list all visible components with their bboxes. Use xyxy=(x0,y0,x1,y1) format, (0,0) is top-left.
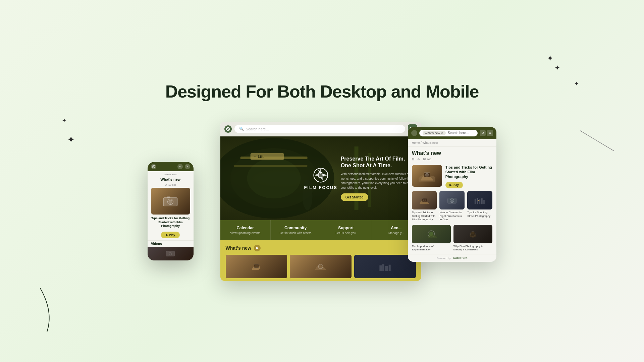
search-footer: Powered by AARKSPA xyxy=(408,254,496,262)
result-title-2: How to Choose the Right Film Camera for … xyxy=(439,211,465,221)
result-thumb-2 xyxy=(439,191,465,209)
mobile-thumbnail xyxy=(151,188,190,215)
search-results-header: What's new ⊞ ⊙ 10 sec xyxy=(408,147,496,162)
mobile-bottom-video xyxy=(148,247,194,260)
browser-bar: 🔍 Search here... xyxy=(220,122,421,136)
featured-title: Tips and Tricks for Getting Started with… xyxy=(445,165,492,179)
mobile-header: ← ✕ xyxy=(148,162,194,171)
mobile-label: Whats new xyxy=(148,171,194,177)
result-item-3[interactable]: Tips for Shooting Street Photography xyxy=(467,191,492,221)
result-item-1[interactable]: Tips and Tricks for Getting Started with… xyxy=(412,191,437,221)
whats-new-image-3[interactable] xyxy=(354,255,416,278)
svg-text:← Lift: ← Lift xyxy=(253,155,263,159)
featured-thumbnail xyxy=(412,165,442,187)
desktop-device: 🔍 Search here... xyxy=(220,122,421,281)
mobile-nav-btn-2[interactable]: ✕ xyxy=(185,164,190,169)
hero-brand: FILM FOCUS xyxy=(304,185,337,190)
search-refresh-icon[interactable]: ↺ xyxy=(480,130,486,136)
browser-search[interactable]: 🔍 Search here... xyxy=(234,125,405,133)
search-breadcrumb: Home / What's new xyxy=(408,139,496,147)
whats-new-header: What's new ▶ xyxy=(226,245,416,251)
featured-play-button[interactable]: ▶ Play xyxy=(445,182,463,188)
decorative-line xyxy=(577,127,617,154)
results-grid: Tips and Tricks for Getting Started with… xyxy=(408,191,496,221)
mobile-play-area: ▶ Play xyxy=(148,230,194,240)
svg-point-36 xyxy=(451,200,453,202)
svg-rect-38 xyxy=(477,198,478,204)
svg-point-31 xyxy=(426,174,428,176)
mobile-cam-image xyxy=(151,188,190,215)
featured-info: Tips and Tricks for Getting Started with… xyxy=(445,165,492,189)
result-thumb-4 xyxy=(412,225,451,243)
hero-logo: FILM FOCUS xyxy=(304,167,337,190)
browser-logo xyxy=(224,125,232,133)
search-tag: What's new ✕ xyxy=(423,131,446,135)
mobile-nav-btn-1[interactable]: ← xyxy=(177,164,183,169)
svg-point-12 xyxy=(247,158,301,198)
mobile-section-title: What's new xyxy=(148,177,194,183)
nav-tile-community[interactable]: Community Get in touch with others xyxy=(271,220,321,240)
sparkle-decoration-3: ✦ xyxy=(554,64,560,72)
whats-new-image-2[interactable] xyxy=(290,255,352,278)
search-panel: What's new ✕ Search here... ↺ ≡ Home / W… xyxy=(408,127,496,262)
svg-rect-28 xyxy=(388,264,390,271)
whats-new-arrow[interactable]: ▶ xyxy=(254,245,261,251)
whats-new-image-1[interactable] xyxy=(226,255,287,278)
svg-rect-6 xyxy=(166,251,175,256)
search-panel-bar: What's new ✕ Search here... ↺ ≡ xyxy=(408,127,496,139)
result-item-5[interactable]: Why Film Photography is Making a Comebac… xyxy=(453,225,492,252)
devices-container: ← ✕ Whats new What's new ⊙ 10 sec Tips xyxy=(154,122,490,281)
svg-rect-27 xyxy=(385,266,388,271)
sparkle-decoration-4: ✦ xyxy=(67,134,75,145)
whats-new-images xyxy=(226,255,416,278)
svg-point-47 xyxy=(471,232,475,234)
hero-headline: Preserve The Art Of Film, One Shot At A … xyxy=(341,155,415,169)
svg-line-0 xyxy=(580,131,614,151)
hero-cta-button[interactable]: Get Started xyxy=(341,193,368,201)
search-menu-icon[interactable]: ≡ xyxy=(487,130,493,136)
svg-rect-40 xyxy=(481,198,483,204)
search-icons-right: ↺ ≡ xyxy=(480,130,493,136)
nav-tiles: Calendar View upcoming events Community … xyxy=(220,220,421,240)
search-results-meta: ⊞ ⊙ 10 sec xyxy=(412,158,492,161)
nav-tile-calendar[interactable]: Calendar View upcoming events xyxy=(220,220,271,240)
whats-new-section: What's new ▶ xyxy=(220,240,421,281)
result-item-4[interactable]: The Importance of Experimentation xyxy=(412,225,451,252)
svg-rect-26 xyxy=(382,264,384,271)
svg-rect-37 xyxy=(475,199,476,204)
result-title-3: Tips for Shooting Street Photography xyxy=(467,211,492,218)
decorative-curve xyxy=(34,285,101,335)
results-grid-2: The Importance of Experimentation Why Fi… xyxy=(408,225,496,252)
svg-point-4 xyxy=(169,200,172,203)
svg-rect-32 xyxy=(422,198,427,202)
svg-rect-23 xyxy=(254,264,259,268)
hero-text: Preserve The Art Of Film, One Shot At A … xyxy=(341,155,415,201)
svg-rect-25 xyxy=(379,265,382,271)
sparkle-decoration-2: ✦ xyxy=(574,80,579,87)
mobile-videos-label: Videos xyxy=(148,240,194,247)
mobile-device: ← ✕ Whats new What's new ⊙ 10 sec Tips xyxy=(148,162,194,260)
hero-section: ← Lift xyxy=(220,136,421,220)
whats-new-title: What's new xyxy=(226,245,251,251)
svg-rect-41 xyxy=(483,200,485,204)
result-title-5: Why Film Photography is Making a Comebac… xyxy=(453,245,492,252)
featured-result: Tips and Tricks for Getting Started with… xyxy=(408,162,496,191)
svg-rect-14 xyxy=(233,165,307,167)
result-title-4: The Importance of Experimentation xyxy=(412,245,451,252)
result-thumb-5 xyxy=(453,225,492,243)
search-panel-logo xyxy=(411,130,417,136)
result-item-2[interactable]: How to Choose the Right Film Camera for … xyxy=(439,191,465,221)
svg-rect-5 xyxy=(167,197,170,198)
sparkle-decoration-5: ✦ xyxy=(62,117,66,124)
mobile-logo xyxy=(151,164,156,169)
result-thumb-3 xyxy=(467,191,492,209)
mobile-play-button[interactable]: ▶ Play xyxy=(161,232,180,238)
hero-subtitle: With personalized mentorship, exclusive … xyxy=(341,172,415,190)
result-thumb-1 xyxy=(412,191,437,209)
svg-point-42 xyxy=(478,200,480,201)
mobile-card-title: Tips and Tricks for Getting Started with… xyxy=(148,215,194,230)
search-footer-logo: AARKSPA xyxy=(453,256,468,260)
nav-tile-support[interactable]: Support Let us help you xyxy=(321,220,371,240)
search-input-area[interactable]: What's new ✕ Search here... xyxy=(419,130,478,136)
mobile-nav: ← ✕ xyxy=(177,164,190,169)
